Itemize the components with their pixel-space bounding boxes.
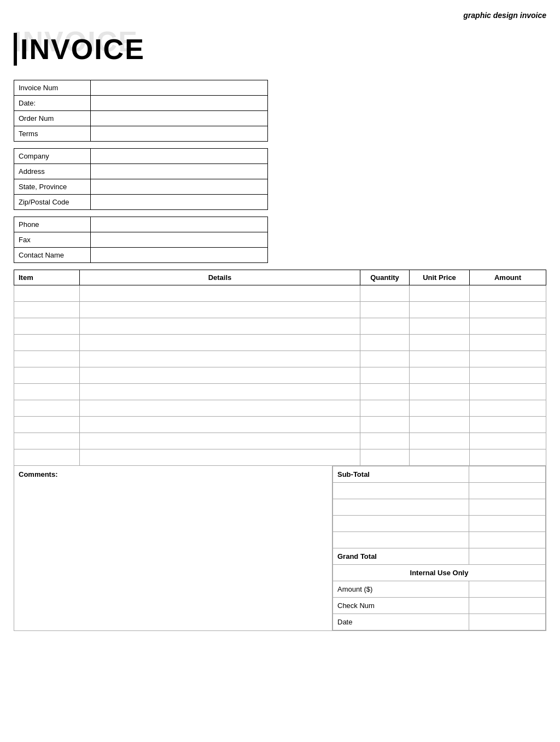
quantity-cell-6[interactable] bbox=[360, 384, 410, 400]
amount-cell-2[interactable] bbox=[470, 318, 546, 335]
extra-label-3[interactable] bbox=[333, 532, 469, 548]
unit-price-cell-0[interactable] bbox=[410, 285, 470, 302]
quantity-cell-7[interactable] bbox=[360, 400, 410, 417]
totals-extra-row bbox=[333, 499, 546, 516]
item-cell-8[interactable] bbox=[14, 417, 80, 433]
item-cell-7[interactable] bbox=[14, 400, 80, 417]
totals-extra-row bbox=[333, 516, 546, 532]
amount-cell-3[interactable] bbox=[470, 335, 546, 351]
internal-row: Date bbox=[333, 614, 546, 630]
extra-value-1[interactable] bbox=[469, 499, 546, 516]
item-cell-5[interactable] bbox=[14, 367, 80, 384]
invoice-info-value-1[interactable] bbox=[90, 96, 267, 111]
subtotal-value[interactable] bbox=[469, 466, 546, 483]
company-info-row: Company bbox=[14, 149, 268, 164]
company-info-row: Zip/Postal Code bbox=[14, 195, 268, 210]
invoice-info-value-3[interactable] bbox=[90, 126, 267, 142]
details-cell-3[interactable] bbox=[80, 335, 360, 351]
item-cell-9[interactable] bbox=[14, 433, 80, 449]
unit-price-cell-6[interactable] bbox=[410, 384, 470, 400]
invoice-info-value-0[interactable] bbox=[90, 80, 267, 96]
table-row bbox=[14, 417, 546, 433]
contact-info-value-1[interactable] bbox=[90, 232, 267, 248]
details-cell-4[interactable] bbox=[80, 351, 360, 367]
contact-info-row: Phone bbox=[14, 217, 268, 232]
extra-value-2[interactable] bbox=[469, 516, 546, 532]
extra-value-0[interactable] bbox=[469, 483, 546, 499]
item-cell-4[interactable] bbox=[14, 351, 80, 367]
amount-cell-7[interactable] bbox=[470, 400, 546, 417]
item-cell-0[interactable] bbox=[14, 285, 80, 302]
amount-cell-4[interactable] bbox=[470, 351, 546, 367]
invoice-info-value-2[interactable] bbox=[90, 111, 267, 126]
amount-cell-1[interactable] bbox=[470, 302, 546, 318]
details-cell-10[interactable] bbox=[80, 449, 360, 466]
internal-use-header-row: Internal Use Only bbox=[333, 565, 546, 581]
extra-label-0[interactable] bbox=[333, 483, 469, 499]
company-info-label-3: Zip/Postal Code bbox=[14, 195, 91, 210]
contact-info-value-0[interactable] bbox=[90, 217, 267, 232]
items-table: Item Details Quantity Unit Price Amount bbox=[14, 270, 546, 466]
details-cell-5[interactable] bbox=[80, 367, 360, 384]
unit-price-cell-7[interactable] bbox=[410, 400, 470, 417]
quantity-cell-10[interactable] bbox=[360, 449, 410, 466]
quantity-cell-0[interactable] bbox=[360, 285, 410, 302]
totals-extra-row bbox=[333, 532, 546, 548]
amount-cell-8[interactable] bbox=[470, 417, 546, 433]
extra-label-1[interactable] bbox=[333, 499, 469, 516]
details-cell-1[interactable] bbox=[80, 302, 360, 318]
unit-price-cell-8[interactable] bbox=[410, 417, 470, 433]
amount-cell-0[interactable] bbox=[470, 285, 546, 302]
item-cell-2[interactable] bbox=[14, 318, 80, 335]
item-cell-3[interactable] bbox=[14, 335, 80, 351]
internal-row: Check Num bbox=[333, 598, 546, 614]
internal-value-2[interactable] bbox=[469, 614, 546, 630]
company-info-value-2[interactable] bbox=[90, 179, 267, 195]
quantity-cell-8[interactable] bbox=[360, 417, 410, 433]
details-cell-8[interactable] bbox=[80, 417, 360, 433]
amount-cell-9[interactable] bbox=[470, 433, 546, 449]
unit-price-cell-1[interactable] bbox=[410, 302, 470, 318]
amount-cell-10[interactable] bbox=[470, 449, 546, 466]
details-cell-0[interactable] bbox=[80, 285, 360, 302]
internal-value-1[interactable] bbox=[469, 598, 546, 614]
totals-table: Sub-Total Grand Total Internal Use Only … bbox=[332, 466, 546, 630]
amount-cell-6[interactable] bbox=[470, 384, 546, 400]
invoice-info-row: Order Num bbox=[14, 111, 268, 126]
quantity-cell-2[interactable] bbox=[360, 318, 410, 335]
details-cell-6[interactable] bbox=[80, 384, 360, 400]
grand-total-value[interactable] bbox=[469, 548, 546, 565]
quantity-header: Quantity bbox=[360, 270, 410, 285]
item-cell-1[interactable] bbox=[14, 302, 80, 318]
quantity-cell-5[interactable] bbox=[360, 367, 410, 384]
unit-price-cell-2[interactable] bbox=[410, 318, 470, 335]
quantity-cell-1[interactable] bbox=[360, 302, 410, 318]
invoice-title-wrapper: INVOICE INVOICE bbox=[14, 25, 546, 69]
details-cell-7[interactable] bbox=[80, 400, 360, 417]
unit-price-cell-9[interactable] bbox=[410, 433, 470, 449]
quantity-cell-3[interactable] bbox=[360, 335, 410, 351]
unit-price-cell-3[interactable] bbox=[410, 335, 470, 351]
unit-price-cell-5[interactable] bbox=[410, 367, 470, 384]
extra-label-2[interactable] bbox=[333, 516, 469, 532]
item-cell-6[interactable] bbox=[14, 384, 80, 400]
unit-price-cell-10[interactable] bbox=[410, 449, 470, 466]
table-row bbox=[14, 400, 546, 417]
company-info-value-1[interactable] bbox=[90, 164, 267, 179]
amount-cell-5[interactable] bbox=[470, 367, 546, 384]
details-cell-9[interactable] bbox=[80, 433, 360, 449]
unit-price-cell-4[interactable] bbox=[410, 351, 470, 367]
quantity-cell-9[interactable] bbox=[360, 433, 410, 449]
company-info-value-0[interactable] bbox=[90, 149, 267, 164]
quantity-cell-4[interactable] bbox=[360, 351, 410, 367]
item-cell-10[interactable] bbox=[14, 449, 80, 466]
company-info-value-3[interactable] bbox=[90, 195, 267, 210]
internal-value-0[interactable] bbox=[469, 581, 546, 598]
contact-info-value-2[interactable] bbox=[90, 248, 267, 263]
invoice-info-table: Invoice Num Date: Order Num Terms bbox=[14, 80, 268, 142]
grand-total-label: Grand Total bbox=[333, 548, 469, 565]
details-cell-2[interactable] bbox=[80, 318, 360, 335]
company-info-label-2: State, Province bbox=[14, 179, 91, 195]
invoice-info-section: Invoice Num Date: Order Num Terms bbox=[14, 80, 546, 142]
extra-value-3[interactable] bbox=[469, 532, 546, 548]
